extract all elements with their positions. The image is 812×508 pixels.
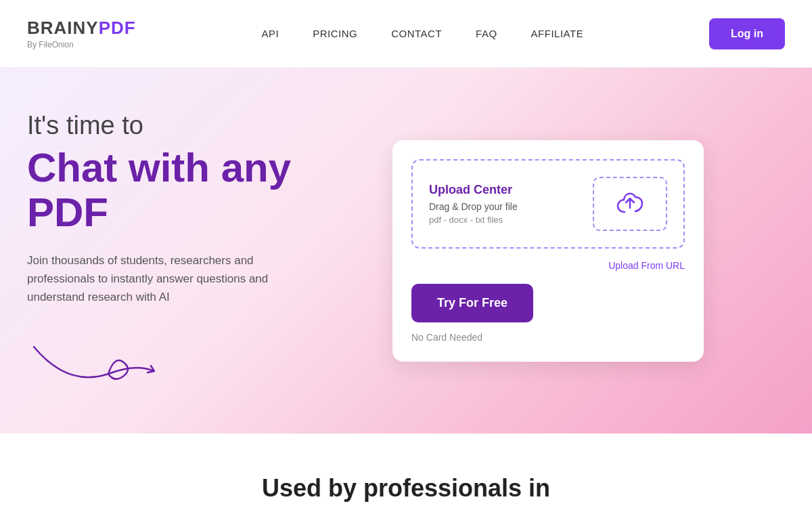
hero-left: It's time to Chat with any PDF Join thou…	[27, 111, 379, 391]
below-fold-heading: Used by professionals in	[27, 474, 785, 503]
login-button[interactable]: Log in	[709, 18, 785, 49]
logo: BRAINYPDF By FileOnion	[27, 18, 136, 49]
nav-contact[interactable]: CONTACT	[391, 28, 442, 39]
upload-card: Upload Center Drag & Drop your file pdf …	[392, 140, 704, 362]
no-card-text: No Card Needed	[411, 332, 685, 343]
upload-title: Upload Center	[429, 183, 579, 197]
try-free-button[interactable]: Try For Free	[411, 284, 533, 322]
logo-pdf: PDF	[99, 18, 136, 38]
hero-intro: It's time to	[27, 111, 379, 140]
logo-sub: By FileOnion	[27, 40, 74, 49]
upload-icon-box[interactable]	[593, 177, 667, 231]
upload-drop-area[interactable]: Upload Center Drag & Drop your file pdf …	[411, 159, 685, 249]
hero-description: Join thousands of students, researchers …	[27, 251, 311, 307]
nav-links: API PRICING CONTACT FAQ AFFILIATE	[262, 28, 584, 40]
upload-url-link[interactable]: Upload From URL	[608, 260, 685, 271]
nav-api[interactable]: API	[262, 28, 279, 39]
upload-file-types: pdf - docx - txt files	[429, 215, 579, 225]
nav-pricing[interactable]: PRICING	[313, 28, 357, 39]
navbar: BRAINYPDF By FileOnion API PRICING CONTA…	[0, 0, 812, 68]
logo-brainy: BRAINY	[27, 18, 99, 38]
upload-url-row: Upload From URL	[411, 259, 685, 272]
arrow-decoration	[27, 333, 379, 390]
nav-faq[interactable]: FAQ	[476, 28, 497, 39]
upload-drag-text: Drag & Drop your file	[429, 201, 579, 212]
hero-section: It's time to Chat with any PDF Join thou…	[0, 68, 812, 433]
hero-title: Chat with any PDF	[27, 146, 379, 235]
below-fold-section: Used by professionals in	[0, 433, 812, 508]
logo-text: BRAINYPDF	[27, 18, 136, 39]
upload-info: Upload Center Drag & Drop your file pdf …	[429, 183, 579, 225]
upload-cloud-icon	[614, 188, 646, 220]
nav-affiliate[interactable]: AFFILIATE	[531, 28, 584, 39]
hero-right: Upload Center Drag & Drop your file pdf …	[379, 140, 704, 362]
